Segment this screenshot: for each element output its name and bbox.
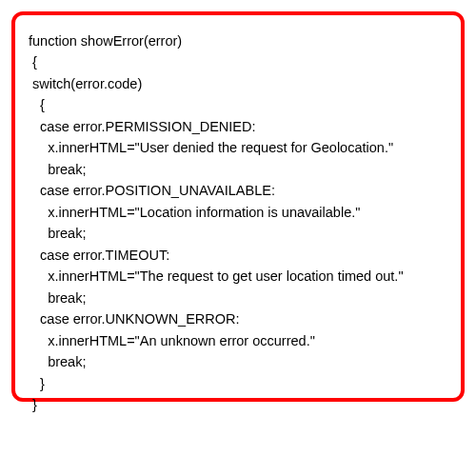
code-line: } (29, 397, 37, 412)
code-snippet-box: function showError(error) { switch(error… (11, 11, 465, 402)
code-line: { (29, 97, 45, 112)
code-content: function showError(error) { switch(error… (29, 30, 447, 415)
code-line: x.innerHTML="An unknown error occurred." (29, 333, 315, 348)
code-line: case error.PERMISSION_DENIED: (29, 119, 256, 134)
code-line: break; (29, 354, 86, 369)
code-line: case error.TIMEOUT: (29, 248, 169, 263)
code-line: case error.UNKNOWN_ERROR: (29, 311, 240, 327)
code-line: function showError(error) (29, 33, 182, 49)
code-line: { (29, 54, 37, 69)
code-line: break; (29, 290, 86, 306)
code-line: switch(error.code) (29, 76, 142, 91)
code-line: x.innerHTML="The request to get user loc… (29, 268, 404, 284)
code-line: x.innerHTML="Location information is una… (29, 205, 360, 220)
code-line: } (29, 376, 45, 391)
code-line: break; (29, 226, 86, 241)
code-line: case error.POSITION_UNAVAILABLE: (29, 183, 275, 198)
code-line: break; (29, 162, 86, 177)
code-line: x.innerHTML="User denied the request for… (29, 140, 393, 155)
